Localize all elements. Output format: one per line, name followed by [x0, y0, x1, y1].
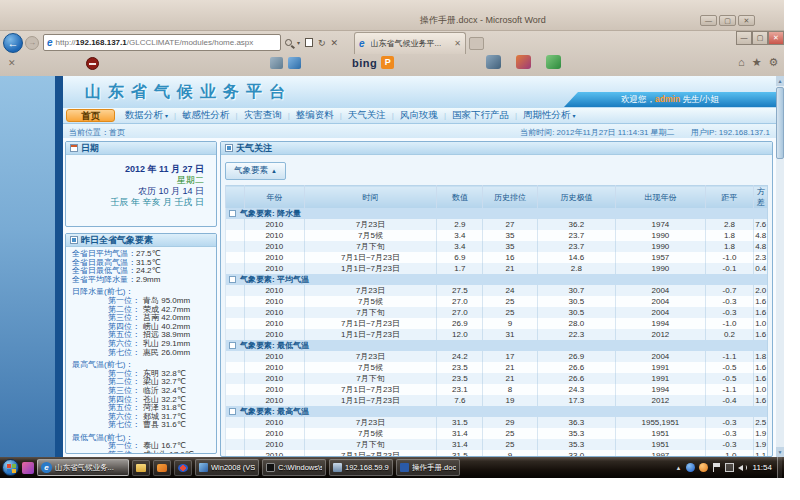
vertical-scrollbar[interactable]: ▲ ▼	[776, 76, 784, 457]
group-checkbox[interactable]	[229, 342, 236, 349]
new-tab-button[interactable]	[469, 37, 484, 50]
table-row[interactable]: 20107月23日27.52430.72004-0.72.0	[226, 285, 768, 296]
taskbar-button-0[interactable]: Win2008 (VS2...	[195, 459, 259, 476]
table-row[interactable]: 20101月1日~7月23日12.03122.320120.21.6	[226, 329, 768, 340]
table-row[interactable]: 20107月23日24.21726.92004-1.11.8	[226, 351, 768, 362]
tools-gear-icon[interactable]: ⚙	[769, 56, 779, 69]
page-title: 山东省气候业务平台	[85, 82, 292, 103]
minimize-icon[interactable]: —	[736, 31, 752, 45]
maximize-icon[interactable]: ▢	[719, 15, 736, 26]
home-icon[interactable]: ⌂	[738, 56, 745, 69]
table-group-row[interactable]: 气象要素: 最高气温	[226, 406, 768, 417]
page-left-border	[55, 76, 63, 457]
calendar-ganzhi: 壬辰 年 辛亥 月 壬戌 日	[66, 197, 204, 208]
scrollbar-thumb[interactable]	[776, 87, 784, 159]
taskbar-button-2[interactable]: 192.168.59.99...	[329, 459, 393, 476]
nav-item-0[interactable]: 首页	[66, 109, 115, 122]
table-row[interactable]: 20107月5候27.02530.52004-0.31.6	[226, 296, 768, 307]
table-row[interactable]: 20107月23日31.52936.31955,1951-0.32.5	[226, 417, 768, 428]
nav-item-5[interactable]: 天气关注	[342, 109, 392, 122]
search-icon[interactable]	[285, 39, 292, 46]
table-row[interactable]: 20107月下旬31.42535.31951-0.31.9	[226, 439, 768, 450]
back-button[interactable]: ←	[3, 33, 23, 53]
volume-icon[interactable]	[738, 463, 747, 472]
media-app-icon[interactable]	[174, 460, 192, 476]
network-icon[interactable]	[725, 463, 734, 472]
table-row[interactable]: 20101月1日~7月23日7.61917.32012-0.41.6	[226, 395, 768, 406]
table-row[interactable]: 20107月1日~7月23日26.9928.01994-1.01.0	[226, 318, 768, 329]
bing-toolbar[interactable]: bing P	[352, 56, 394, 69]
action-center-flag-icon[interactable]	[712, 463, 721, 472]
table-row[interactable]: 20107月下旬23.52126.61991-0.51.6	[226, 373, 768, 384]
close-icon[interactable]: ✕	[738, 15, 755, 26]
taskbar-ie-button[interactable]: e 山东省气候业务...	[37, 459, 129, 476]
desktop: 操作手册.docx - Microsoft Word — ▢ ✕ ← → e h…	[0, 0, 784, 478]
element-selector-button[interactable]: 气象要素▲	[225, 162, 286, 180]
calendar-lunar-date: 农历 10 月 14 日	[66, 186, 204, 197]
start-button[interactable]	[2, 459, 19, 476]
stop-icon[interactable]: ✕	[331, 38, 339, 48]
table-row[interactable]: 20107月下旬27.02530.52004-0.31.6	[226, 307, 768, 318]
username: admin	[655, 94, 680, 104]
nav-item-3[interactable]: 灾害查询	[238, 109, 288, 122]
table-row[interactable]: 20107月1日~7月23日31.5933.01997-1.01.1	[226, 450, 768, 457]
camera-icon[interactable]	[486, 55, 501, 69]
table-row[interactable]: 20107月23日2.92736.219742.87.6	[226, 219, 768, 230]
table-row[interactable]: 20107月下旬3.43523.719901.84.8	[226, 241, 768, 252]
group-checkbox[interactable]	[229, 408, 236, 415]
globe-icon[interactable]	[546, 55, 561, 69]
pinned-app-icon[interactable]	[22, 462, 34, 474]
browser-tab[interactable]: e 山东省气候业务平... ✕	[354, 32, 466, 54]
messenger-icon[interactable]	[686, 463, 695, 472]
maximize-icon[interactable]: ▢	[752, 31, 768, 45]
show-desktop-button[interactable]	[777, 457, 782, 478]
taskbar-button-label: C:\Windows\s...	[278, 463, 322, 472]
blocked-icon[interactable]	[86, 57, 99, 70]
card-icon[interactable]	[288, 57, 301, 69]
tab-close-icon[interactable]: ✕	[454, 39, 461, 48]
scroll-down-icon[interactable]: ▼	[776, 447, 784, 457]
table-row[interactable]: 20107月1日~7月23日6.91614.61957-1.02.3	[226, 252, 768, 263]
scroll-up-icon[interactable]: ▲	[776, 76, 784, 86]
table-group-row[interactable]: 气象要素: 平均气温	[226, 274, 768, 285]
taskbar-button-1[interactable]: C:\Windows\s...	[262, 459, 326, 476]
chevron-up-icon: ▲	[271, 168, 277, 174]
compatibility-view-icon[interactable]	[305, 38, 313, 47]
forward-button[interactable]: →	[25, 36, 39, 50]
command-bar: ✕ bing P ⌂ ★ ⚙	[0, 52, 784, 76]
nav-item-6[interactable]: 风向玫瑰	[394, 109, 444, 122]
column-header: 历史排位	[483, 186, 537, 209]
nav-item-1[interactable]: 数据分析▾	[119, 109, 174, 122]
chevron-down-icon[interactable]: ▾	[297, 39, 300, 46]
explorer-folder-icon[interactable]	[132, 460, 150, 476]
mail-icon[interactable]	[270, 57, 283, 69]
table-row[interactable]: 20107月5候31.42535.31951-0.31.9	[226, 428, 768, 439]
calendar-panel-header: 日期	[66, 142, 216, 155]
table-row[interactable]: 20107月5候3.43523.719901.84.8	[226, 230, 768, 241]
nav-item-4[interactable]: 整编资料	[290, 109, 340, 122]
close-toolbar-icon[interactable]: ✕	[8, 58, 16, 68]
nav-item-7[interactable]: 国家下行产品	[446, 109, 515, 122]
nav-item-8[interactable]: 周期性分析▾	[517, 109, 582, 122]
paint-icon[interactable]	[516, 55, 531, 69]
column-header: 时间	[304, 186, 437, 209]
nav-item-2[interactable]: 敏感性分析	[176, 109, 236, 122]
table-group-row[interactable]: 气象要素: 降水量	[226, 208, 768, 219]
favorites-star-icon[interactable]: ★	[752, 56, 762, 69]
table-row[interactable]: 20107月5候23.52126.61991-0.51.6	[226, 362, 768, 373]
orange-app-icon[interactable]	[153, 460, 171, 476]
weather-panel-header: 昨日全省气象要素	[66, 234, 216, 247]
tray-expand-icon[interactable]: ▲	[676, 465, 682, 471]
group-checkbox[interactable]	[229, 276, 236, 283]
table-row[interactable]: 20107月1日~7月23日23.1824.31994-1.11.0	[226, 384, 768, 395]
table-group-row[interactable]: 气象要素: 最低气温	[226, 340, 768, 351]
group-checkbox[interactable]	[229, 210, 236, 217]
taskbar-clock[interactable]: 11:54	[753, 463, 772, 472]
refresh-icon[interactable]: ↻	[318, 38, 326, 48]
minimize-icon[interactable]: —	[700, 15, 717, 26]
input-method-icon[interactable]	[699, 463, 708, 472]
address-bar[interactable]: e http://192.168.137.1/GLCCLIMATE/module…	[43, 34, 281, 51]
table-row[interactable]: 20101月1日~7月23日1.7212.81990-0.10.4	[226, 263, 768, 274]
taskbar-button-3[interactable]: 操作手册.docx ...	[396, 459, 460, 476]
close-icon[interactable]: ✕	[768, 31, 784, 45]
